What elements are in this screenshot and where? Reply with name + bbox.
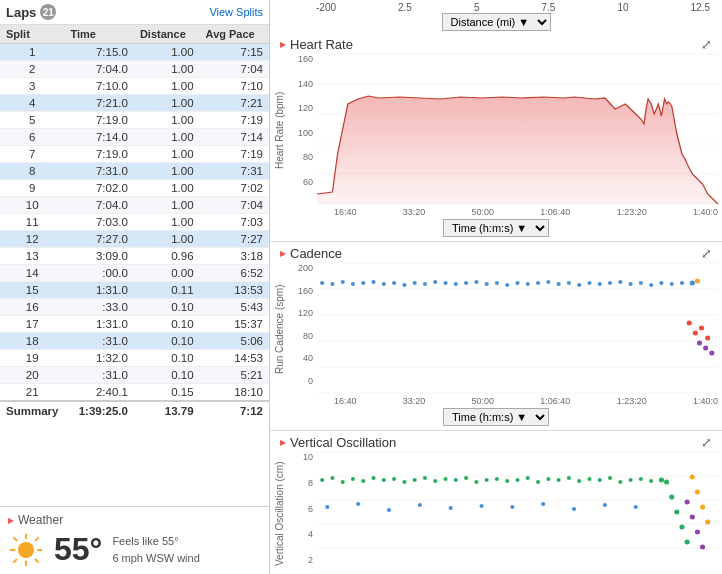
cell-distance: 1.00 — [134, 129, 200, 146]
weather-content: 55° Feels like 55° 6 mph WSW wind — [8, 531, 261, 568]
cell-split: 18 — [0, 333, 64, 350]
cell-split: 21 — [0, 384, 64, 402]
svg-point-80 — [402, 480, 406, 484]
svg-point-111 — [510, 505, 514, 509]
vo-y-ticks: 10 8 6 4 2 — [287, 452, 315, 565]
table-row[interactable]: 3 7:10.0 1.00 7:10 — [0, 78, 269, 95]
cell-avg-pace: 13:53 — [200, 282, 269, 299]
table-row[interactable]: 5 7:19.0 1.00 7:19 — [0, 112, 269, 129]
svg-line-7 — [13, 559, 17, 563]
cadence-expand-icon[interactable]: ⤢ — [701, 246, 712, 261]
cell-time: 7:21.0 — [64, 95, 134, 112]
laps-table: Split Time Distance Avg Pace 1 7:15.0 1.… — [0, 25, 269, 420]
svg-point-46 — [577, 283, 581, 287]
left-panel: Laps 21 View Splits Split Time Distance … — [0, 0, 270, 574]
cell-avg-pace: 6:52 — [200, 265, 269, 282]
cell-split: 8 — [0, 163, 64, 180]
svg-point-29 — [402, 283, 406, 287]
svg-point-45 — [567, 281, 571, 285]
table-row[interactable]: 10 7:04.0 1.00 7:04 — [0, 197, 269, 214]
vo-dots — [320, 476, 653, 512]
cadence-chart-svg — [317, 263, 718, 393]
cell-distance: 1.00 — [134, 112, 200, 129]
weather-title: ▶ Weather — [8, 513, 261, 527]
distance-selector[interactable]: Distance (mi) ▼ — [442, 13, 551, 31]
hr-y-axis-label: Heart Rate (bpm) — [274, 54, 285, 207]
vo-expand-icon[interactable]: ⤢ — [701, 435, 712, 450]
cell-split: 1 — [0, 44, 64, 61]
svg-point-118 — [669, 495, 674, 500]
table-row[interactable]: 1 7:15.0 1.00 7:15 — [0, 44, 269, 61]
table-row[interactable]: 12 7:27.0 1.00 7:27 — [0, 231, 269, 248]
table-row[interactable]: 16 :33.0 0.10 5:43 — [0, 299, 269, 316]
top-distance-section: -200 2.5 5 7.5 10 12.5 Distance (mi) ▼ — [270, 0, 722, 31]
svg-point-39 — [505, 283, 509, 287]
hr-time-selector[interactable]: Time (h:m:s) ▼ — [443, 219, 549, 237]
cell-time: :00.0 — [64, 265, 134, 282]
svg-point-74 — [341, 480, 345, 484]
cell-split: 3 — [0, 78, 64, 95]
table-row[interactable]: 15 1:31.0 0.11 13:53 — [0, 282, 269, 299]
cell-time: 7:10.0 — [64, 78, 134, 95]
table-row[interactable]: 19 1:32.0 0.10 14:53 — [0, 350, 269, 367]
right-panel[interactable]: -200 2.5 5 7.5 10 12.5 Distance (mi) ▼ ▶… — [270, 0, 722, 574]
cadence-header: ▶ Cadence ⤢ — [270, 242, 722, 261]
svg-point-87 — [474, 480, 478, 484]
table-row[interactable]: 8 7:31.0 1.00 7:31 — [0, 163, 269, 180]
svg-point-105 — [325, 505, 329, 509]
svg-point-106 — [356, 502, 360, 506]
cadence-x-dropdown[interactable]: Time (h:m:s) ▼ — [274, 408, 718, 426]
vo-chart-svg — [317, 452, 718, 572]
heart-rate-expand-icon[interactable]: ⤢ — [701, 37, 712, 52]
table-row[interactable]: 17 1:31.0 0.10 15:37 — [0, 316, 269, 333]
svg-point-93 — [536, 480, 540, 484]
cell-time: :31.0 — [64, 333, 134, 350]
cadence-chart-area: Run Cadence (spm) 200 160 120 80 40 0 — [270, 261, 722, 396]
cell-avg-pace: 15:37 — [200, 316, 269, 333]
table-row[interactable]: 2 7:04.0 1.00 7:04 — [0, 61, 269, 78]
table-row[interactable]: 11 7:03.0 1.00 7:03 — [0, 214, 269, 231]
cadence-time-selector[interactable]: Time (h:m:s) ▼ — [443, 408, 549, 426]
table-row[interactable]: 4 7:21.0 1.00 7:21 — [0, 95, 269, 112]
wind-speed: 6 mph WSW wind — [112, 550, 199, 567]
table-row[interactable]: 21 2:40.1 0.15 18:10 — [0, 384, 269, 402]
svg-point-112 — [541, 502, 545, 506]
table-row[interactable]: 14 :00.0 0.00 6:52 — [0, 265, 269, 282]
svg-point-76 — [361, 479, 365, 483]
svg-point-124 — [700, 505, 705, 510]
view-splits-link[interactable]: View Splits — [209, 6, 263, 18]
svg-point-75 — [351, 477, 355, 481]
cell-avg-pace: 7:10 — [200, 78, 269, 95]
table-row[interactable]: 13 3:09.0 0.96 3:18 — [0, 248, 269, 265]
cell-split: 17 — [0, 316, 64, 333]
svg-point-72 — [320, 478, 324, 482]
summary-label: Summary — [0, 401, 64, 420]
cell-time: 7:19.0 — [64, 146, 134, 163]
main-container: Laps 21 View Splits Split Time Distance … — [0, 0, 722, 574]
table-row[interactable]: 6 7:14.0 1.00 7:14 — [0, 129, 269, 146]
vo-title: ▶ Vertical Oscillation — [280, 435, 396, 450]
svg-point-83 — [433, 479, 437, 483]
svg-point-123 — [695, 490, 700, 495]
cadence-y-ticks: 200 160 120 80 40 0 — [287, 263, 315, 386]
svg-point-34 — [454, 282, 458, 286]
table-row[interactable]: 7 7:19.0 1.00 7:19 — [0, 146, 269, 163]
cell-time: 2:40.1 — [64, 384, 134, 402]
distance-dropdown-container[interactable]: Distance (mi) ▼ — [278, 13, 714, 31]
svg-point-28 — [392, 281, 396, 285]
weather-section: ▶ Weather — [0, 506, 269, 574]
hr-x-dropdown[interactable]: Time (h:m:s) ▼ — [274, 219, 718, 237]
cell-avg-pace: 7:04 — [200, 61, 269, 78]
table-row[interactable]: 9 7:02.0 1.00 7:02 — [0, 180, 269, 197]
table-row[interactable]: 20 :31.0 0.10 5:21 — [0, 367, 269, 384]
svg-point-21 — [320, 281, 324, 285]
table-row[interactable]: 18 :31.0 0.10 5:06 — [0, 333, 269, 350]
svg-point-84 — [443, 477, 447, 481]
cell-split: 7 — [0, 146, 64, 163]
cell-avg-pace: 7:19 — [200, 112, 269, 129]
svg-point-79 — [392, 477, 396, 481]
svg-point-56 — [680, 281, 684, 285]
cell-avg-pace: 7:27 — [200, 231, 269, 248]
vo-header: ▶ Vertical Oscillation ⤢ — [270, 431, 722, 450]
svg-point-110 — [479, 504, 483, 508]
